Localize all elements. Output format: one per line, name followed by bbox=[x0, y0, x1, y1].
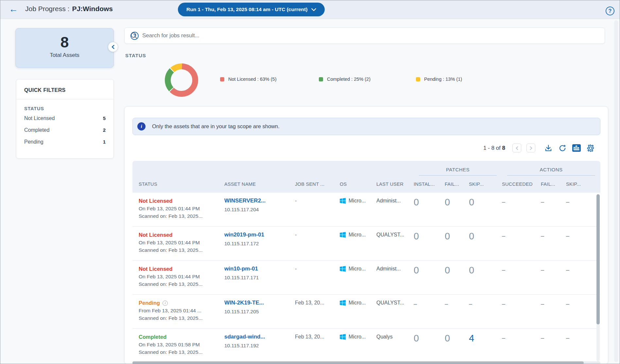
status-scanned: Scanned on: Feb 13, 2025... bbox=[139, 212, 224, 220]
sidebar-collapse-button[interactable] bbox=[108, 42, 118, 52]
chevron-left-icon bbox=[112, 45, 114, 49]
os-name: Micro... bbox=[349, 232, 366, 238]
col-actions-failed[interactable]: FAIL... bbox=[541, 182, 566, 187]
patches-skipped-value[interactable]: 4 bbox=[469, 333, 502, 343]
next-page-button[interactable] bbox=[526, 144, 535, 152]
table-row: Not Licensed On Feb 13, 2025 01:44 PM Sc… bbox=[132, 261, 600, 295]
asset-name-link[interactable]: win2019-pm-01 bbox=[224, 231, 295, 238]
search-bar: ? bbox=[124, 27, 605, 44]
windows-icon bbox=[340, 232, 346, 238]
actions-succeeded-value: – bbox=[502, 265, 541, 274]
asset-ip: 10.115.117.192 bbox=[224, 343, 295, 349]
filter-label: Not Licensed bbox=[24, 115, 55, 121]
patches-skipped-value: 0 bbox=[469, 231, 502, 241]
legend-item-not-licensed: Not Licensed : 63% (5) bbox=[220, 77, 277, 82]
col-job-sent[interactable]: JOB SENT ... bbox=[295, 182, 340, 187]
col-last-user[interactable]: LAST USER bbox=[376, 182, 414, 187]
banner-text: Only the assets that are in your tag sco… bbox=[152, 123, 280, 130]
quick-filters-title: QUICK FILTERS bbox=[16, 79, 113, 99]
total-assets-count: 8 bbox=[16, 34, 113, 50]
legend-swatch bbox=[416, 77, 420, 81]
asset-name-link[interactable]: sdargad-wind... bbox=[224, 333, 295, 340]
col-os[interactable]: OS bbox=[340, 182, 376, 187]
page-scrollbar[interactable] bbox=[614, 20, 618, 362]
last-user-cell: QUALYST... bbox=[376, 299, 414, 306]
actions-succeeded-value: – bbox=[502, 333, 541, 342]
filter-item-completed[interactable]: Completed 2 bbox=[16, 124, 113, 136]
search-help-icon[interactable]: ? bbox=[130, 32, 139, 40]
download-button[interactable] bbox=[544, 144, 553, 152]
legend-item-completed: Completed : 25% (2) bbox=[319, 77, 370, 82]
patches-installed-value: 0 bbox=[414, 333, 445, 343]
settings-button[interactable] bbox=[586, 144, 595, 152]
job-sent-cell: - bbox=[295, 231, 340, 238]
filter-item-not-licensed[interactable]: Not Licensed 5 bbox=[16, 113, 113, 124]
status-badge: Pending bbox=[139, 300, 160, 306]
col-asset-name[interactable]: ASSET NAME bbox=[224, 182, 295, 187]
job-sent-cell: - bbox=[295, 265, 340, 272]
tag-scope-banner: i Only the assets that are in your tag s… bbox=[132, 118, 600, 135]
prev-page-button[interactable] bbox=[512, 144, 521, 152]
horizontal-scroll-thumb[interactable] bbox=[132, 361, 584, 364]
windows-icon bbox=[340, 266, 346, 272]
chart-view-button[interactable] bbox=[572, 144, 581, 152]
os-cell: Micro... bbox=[340, 197, 376, 204]
asset-name-link[interactable]: WIN-2K19-TE... bbox=[224, 299, 295, 306]
help-icon[interactable]: ? bbox=[606, 7, 614, 15]
actions-succeeded-value: – bbox=[502, 197, 541, 206]
refresh-button[interactable] bbox=[558, 144, 567, 152]
status-cell: Not Licensed On Feb 13, 2025 01:44 PM Sc… bbox=[132, 231, 224, 254]
group-header-actions: ACTIONS bbox=[507, 167, 595, 176]
filter-count: 1 bbox=[103, 139, 106, 145]
run-selector-dropdown[interactable]: Run 1 - Thu, Feb 13, 2025 08:14 am - UTC… bbox=[178, 3, 325, 16]
results-panel: i Only the assets that are in your tag s… bbox=[124, 106, 608, 364]
last-user-cell: Administ... bbox=[376, 197, 414, 204]
pagination-text: 1 - 8 of 8 bbox=[483, 145, 505, 151]
filter-item-pending[interactable]: Pending 1 bbox=[16, 136, 113, 148]
info-icon: i bbox=[137, 122, 146, 130]
table-horizontal-scrollbar[interactable] bbox=[132, 361, 600, 364]
group-header-patches: PATCHES bbox=[419, 167, 497, 176]
patches-installed-value: 0 bbox=[414, 197, 445, 207]
status-scanned: Scanned on: Feb 13, 2025... bbox=[139, 348, 224, 356]
asset-cell: win2019-pm-01 10.115.117.172 bbox=[224, 231, 295, 247]
asset-cell: win10-pm-01 10.115.117.171 bbox=[224, 265, 295, 281]
col-patches-failed[interactable]: FAIL... bbox=[445, 182, 469, 187]
chevron-right-icon bbox=[530, 146, 532, 150]
status-badge: Not Licensed bbox=[139, 266, 173, 272]
status-date: On Feb 13, 2025 01:44 PM bbox=[139, 273, 224, 280]
asset-name-link[interactable]: WINSERVER2... bbox=[224, 197, 295, 204]
asset-ip: 10.115.117.204 bbox=[224, 207, 295, 213]
vertical-scroll-thumb[interactable] bbox=[596, 194, 600, 324]
asset-cell: WINSERVER2... 10.115.117.204 bbox=[224, 197, 295, 213]
actions-skipped-value: – bbox=[566, 231, 590, 240]
os-cell: Micro... bbox=[340, 333, 376, 340]
col-actions-succeeded[interactable]: SUCCEEDED bbox=[502, 182, 541, 187]
windows-icon bbox=[340, 198, 346, 204]
filter-count: 2 bbox=[103, 127, 106, 133]
table-toolbar: 1 - 8 of 8 bbox=[483, 144, 595, 152]
asset-cell: sdargad-wind... 10.115.117.192 bbox=[224, 333, 295, 349]
actions-skipped-value: – bbox=[566, 265, 590, 274]
col-patches-skipped[interactable]: SKIP... bbox=[469, 182, 502, 187]
back-arrow-icon[interactable]: ← bbox=[9, 4, 18, 14]
last-user-cell: Qualys bbox=[376, 333, 414, 340]
actions-failed-value: – bbox=[541, 197, 566, 206]
asset-name-link[interactable]: win10-pm-01 bbox=[224, 265, 295, 272]
asset-cell: WIN-2K19-TE... 10.115.117.205 bbox=[224, 299, 295, 315]
table-vertical-scrollbar[interactable] bbox=[596, 194, 600, 361]
status-cell: Pendingi From Feb 13, 2025 01:44 ... Sca… bbox=[132, 299, 224, 322]
col-status[interactable]: STATUS bbox=[132, 182, 224, 187]
col-patches-installed[interactable]: INSTAL... bbox=[414, 182, 445, 187]
actions-skipped-value: – bbox=[566, 299, 590, 308]
legend-swatch bbox=[220, 77, 224, 81]
asset-ip: 10.115.117.172 bbox=[224, 241, 295, 247]
col-actions-skipped[interactable]: SKIP... bbox=[566, 182, 590, 187]
chevron-left-icon bbox=[516, 146, 518, 150]
search-input[interactable] bbox=[142, 32, 599, 39]
os-name: Micro... bbox=[349, 334, 366, 340]
job-name: PJ:Windows bbox=[72, 5, 113, 12]
pending-info-icon[interactable]: i bbox=[163, 301, 168, 306]
status-cell: Completed On Feb 13, 2025 01:58 PM Scann… bbox=[132, 333, 224, 356]
actions-succeeded-value: – bbox=[502, 299, 541, 308]
